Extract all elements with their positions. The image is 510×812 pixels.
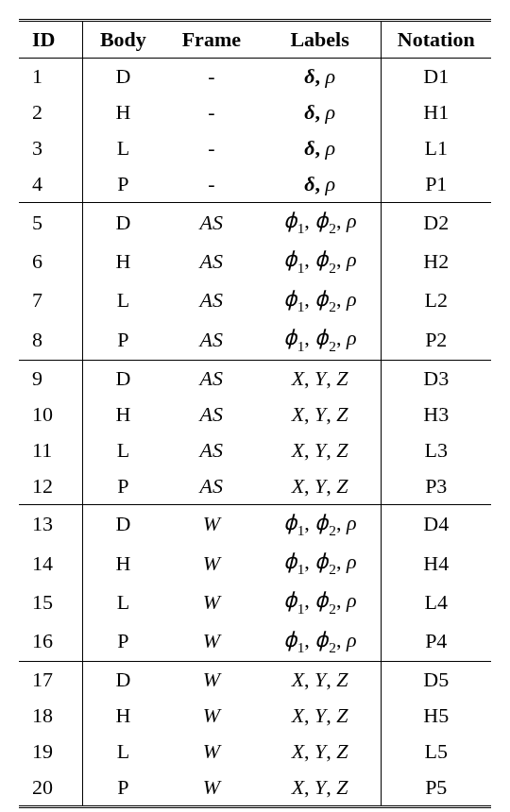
cell-id: 3 [19,130,82,166]
cell-id: 12 [19,468,82,505]
cell-id: 20 [19,770,82,807]
cell-id: 9 [19,360,82,397]
cell-notation: H3 [381,397,491,432]
table-row: 15LWϕ1, ϕ2, ρL4 [19,583,491,621]
cell-labels: X, Y, Z [260,662,381,699]
table-row: 6HASϕ1, ϕ2, ρH2 [19,242,491,280]
table-row: 3L-δ, ρL1 [19,130,491,166]
cell-labels: X, Y, Z [260,397,381,432]
cell-id: 14 [19,544,82,583]
cell-frame: AS [163,203,260,243]
cell-notation: L5 [381,734,491,770]
cell-labels: ϕ1, ϕ2, ρ [260,544,381,583]
table-row: 5DASϕ1, ϕ2, ρD2 [19,203,491,243]
cell-frame: W [163,544,260,583]
cell-id: 16 [19,622,82,662]
cell-labels: X, Y, Z [260,432,381,468]
table-row: 17DWX, Y, ZD5 [19,662,491,699]
cell-labels: δ, ρ [260,166,381,203]
cell-labels: δ, ρ [260,59,381,95]
cell-labels: δ, ρ [260,130,381,166]
cell-frame: - [163,59,260,95]
header-frame: Frame [163,21,260,59]
cell-id: 6 [19,242,82,280]
cell-body: L [82,281,163,320]
notation-table: ID Body Frame Labels Notation 1D-δ, ρD12… [19,19,491,808]
cell-id: 18 [19,698,82,734]
cell-frame: W [163,583,260,621]
table-row: 4P-δ, ρP1 [19,166,491,203]
cell-frame: AS [163,397,260,432]
cell-id: 2 [19,94,82,130]
cell-body: D [82,59,163,95]
cell-notation: P4 [381,622,491,662]
cell-body: H [82,242,163,280]
cell-frame: W [163,698,260,734]
cell-id: 19 [19,734,82,770]
header-id: ID [19,21,82,59]
cell-labels: X, Y, Z [260,734,381,770]
cell-frame: - [163,94,260,130]
cell-frame: W [163,662,260,699]
cell-labels: X, Y, Z [260,360,381,397]
cell-frame: AS [163,320,260,360]
cell-notation: H1 [381,94,491,130]
cell-notation: D5 [381,662,491,699]
cell-frame: W [163,734,260,770]
cell-notation: H4 [381,544,491,583]
cell-labels: ϕ1, ϕ2, ρ [260,622,381,662]
cell-notation: L1 [381,130,491,166]
cell-id: 4 [19,166,82,203]
header-labels: Labels [260,21,381,59]
cell-labels: X, Y, Z [260,468,381,505]
cell-body: P [82,468,163,505]
cell-notation: L4 [381,583,491,621]
cell-body: D [82,662,163,699]
cell-labels: ϕ1, ϕ2, ρ [260,320,381,360]
cell-id: 5 [19,203,82,243]
cell-frame: AS [163,242,260,280]
cell-body: L [82,734,163,770]
table-row: 12PASX, Y, ZP3 [19,468,491,505]
cell-labels: ϕ1, ϕ2, ρ [260,203,381,243]
cell-notation: P5 [381,770,491,807]
header-body: Body [82,21,163,59]
cell-frame: - [163,130,260,166]
cell-id: 17 [19,662,82,699]
cell-id: 8 [19,320,82,360]
table-row: 13DWϕ1, ϕ2, ρD4 [19,504,491,544]
cell-notation: H2 [381,242,491,280]
cell-notation: P3 [381,468,491,505]
table-row: 20PWX, Y, ZP5 [19,770,491,807]
table-row: 14HWϕ1, ϕ2, ρH4 [19,544,491,583]
cell-notation: L2 [381,281,491,320]
cell-labels: ϕ1, ϕ2, ρ [260,583,381,621]
table-row: 2H-δ, ρH1 [19,94,491,130]
cell-labels: ϕ1, ϕ2, ρ [260,504,381,544]
cell-labels: X, Y, Z [260,770,381,807]
cell-body: D [82,360,163,397]
cell-body: L [82,432,163,468]
table-row: 7LASϕ1, ϕ2, ρL2 [19,281,491,320]
table-row: 10HASX, Y, ZH3 [19,397,491,432]
cell-body: P [82,622,163,662]
cell-labels: X, Y, Z [260,698,381,734]
cell-id: 1 [19,59,82,95]
cell-body: H [82,94,163,130]
cell-body: P [82,320,163,360]
cell-body: D [82,504,163,544]
cell-notation: D1 [381,59,491,95]
table-row: 11LASX, Y, ZL3 [19,432,491,468]
cell-body: L [82,130,163,166]
header-notation: Notation [381,21,491,59]
cell-body: P [82,770,163,807]
cell-id: 11 [19,432,82,468]
table-row: 9DASX, Y, ZD3 [19,360,491,397]
cell-frame: W [163,622,260,662]
cell-frame: W [163,504,260,544]
cell-body: L [82,583,163,621]
cell-notation: L3 [381,432,491,468]
table-row: 18HWX, Y, ZH5 [19,698,491,734]
cell-notation: D2 [381,203,491,243]
cell-id: 13 [19,504,82,544]
